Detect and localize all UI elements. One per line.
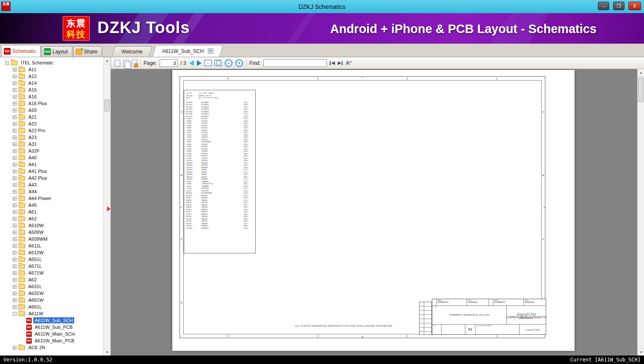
next-page-icon[interactable] bbox=[197, 60, 202, 66]
tree-folder-row[interactable]: + A571W bbox=[0, 270, 103, 276]
expand-icon[interactable]: + bbox=[13, 298, 17, 302]
tree-folder-row[interactable]: + A16 Plus bbox=[0, 100, 103, 107]
expand-icon[interactable]: + bbox=[13, 136, 17, 139]
expand-icon[interactable]: + bbox=[13, 75, 17, 78]
expand-icon[interactable]: + bbox=[13, 292, 17, 295]
previous-page-icon[interactable] bbox=[189, 60, 194, 66]
expand-icon[interactable]: + bbox=[13, 163, 17, 167]
zoom-out-icon[interactable]: − bbox=[225, 59, 232, 67]
tree-folder-row[interactable]: + A631L bbox=[0, 283, 103, 290]
tree-folder-row[interactable]: + A41 bbox=[0, 161, 103, 168]
tree-folder-row[interactable]: + A40 bbox=[0, 154, 103, 161]
tree-folder-row[interactable]: + A20 bbox=[0, 107, 103, 114]
tree-document-label[interactable]: A611W_Sub_SCH bbox=[33, 317, 74, 323]
tree-folder-row[interactable]: + A32F bbox=[0, 147, 103, 154]
expand-icon[interactable]: + bbox=[13, 108, 17, 112]
tree-folder-row[interactable]: + A22 Pro bbox=[0, 127, 103, 134]
sidebar-scroll-thumb[interactable] bbox=[104, 100, 110, 111]
expand-icon[interactable]: + bbox=[13, 102, 17, 106]
title-bar[interactable]: 东震 DZKJ Schematics – ❐ X bbox=[0, 0, 644, 13]
collapse-icon[interactable]: − bbox=[5, 61, 9, 65]
fit-page-icon[interactable] bbox=[215, 60, 222, 66]
expand-icon[interactable]: + bbox=[13, 237, 17, 241]
viewer-scroll-thumb[interactable] bbox=[638, 78, 644, 102]
tree-folder-row[interactable]: + A42 Plus bbox=[0, 175, 103, 181]
tree-folder-row[interactable]: + A45 bbox=[0, 202, 103, 208]
tree-folder-row[interactable]: + A510W bbox=[0, 222, 103, 229]
tree-folder-row[interactable]: + A571L bbox=[0, 263, 103, 270]
tree-folder-row[interactable]: + A12 bbox=[0, 73, 103, 80]
tree-folder-row[interactable]: + A62 bbox=[0, 276, 103, 283]
fit-width-icon[interactable]: ↔ bbox=[205, 60, 212, 66]
close-button[interactable]: X bbox=[628, 2, 641, 10]
expand-icon[interactable]: + bbox=[13, 231, 17, 234]
expand-icon[interactable]: + bbox=[13, 169, 17, 173]
tree-document-row[interactable]: PDF A611W_Sub_SCH bbox=[0, 317, 103, 324]
tree-folder-row[interactable]: + A23 bbox=[0, 134, 103, 141]
tree-folder-row[interactable]: + A15 bbox=[0, 86, 103, 93]
expand-icon[interactable]: + bbox=[13, 176, 17, 180]
scroll-up-icon[interactable]: ▲ bbox=[104, 57, 111, 64]
expand-icon[interactable]: + bbox=[13, 156, 17, 160]
expand-icon[interactable]: + bbox=[13, 115, 17, 119]
tree-document-row[interactable]: PDF A611W_Main_PCB bbox=[0, 337, 103, 344]
expand-icon[interactable]: + bbox=[13, 258, 17, 261]
expand-icon[interactable]: + bbox=[13, 346, 17, 350]
tab-schematic[interactable]: PDF Schematic bbox=[1, 45, 41, 57]
tree-folder-row[interactable]: + A51 bbox=[0, 208, 103, 215]
tree-folder-expanded[interactable]: − A611W bbox=[0, 310, 103, 317]
export-page-icon[interactable] bbox=[132, 60, 137, 67]
tree-folder-row[interactable]: + A31 bbox=[0, 141, 103, 147]
expand-icon[interactable]: + bbox=[13, 129, 17, 133]
expand-icon[interactable]: + bbox=[13, 190, 17, 194]
tree-document-row[interactable]: PDF A611W_Sub_PCB bbox=[0, 324, 103, 331]
expand-icon[interactable]: + bbox=[13, 217, 17, 221]
tree-folder-row[interactable]: + A661L bbox=[0, 303, 103, 310]
expand-icon[interactable]: + bbox=[13, 305, 17, 309]
tree-document-label[interactable]: A611W_Main_PCB bbox=[33, 338, 76, 344]
collapse-icon[interactable]: − bbox=[13, 312, 17, 316]
tree-folder-row[interactable]: + A511L bbox=[0, 242, 103, 249]
expand-icon[interactable]: + bbox=[13, 251, 17, 255]
expand-icon[interactable]: + bbox=[13, 95, 17, 99]
page-thumbnail-icon[interactable] bbox=[115, 60, 120, 67]
tree-folder-row[interactable]: + A14 bbox=[0, 80, 103, 86]
find-previous-icon[interactable]: ◀ bbox=[330, 60, 334, 66]
expand-icon[interactable]: + bbox=[13, 271, 17, 275]
expand-icon[interactable]: + bbox=[13, 88, 17, 92]
maximize-button[interactable]: ❐ bbox=[613, 2, 625, 10]
expand-icon[interactable]: + bbox=[13, 278, 17, 282]
tree-folder-row[interactable]: + A11 bbox=[0, 66, 103, 73]
tree-folder-row[interactable]: + A551L bbox=[0, 256, 103, 263]
page-number-input[interactable] bbox=[160, 59, 177, 67]
expand-icon[interactable]: + bbox=[13, 203, 17, 207]
tree-folder-row[interactable]: + A44 bbox=[0, 188, 103, 195]
expand-icon[interactable]: + bbox=[13, 285, 17, 289]
copy-page-icon[interactable] bbox=[123, 60, 129, 67]
doc-tab-welcome[interactable]: Welcome bbox=[112, 46, 152, 57]
tree-folder-row[interactable]: + A22 bbox=[0, 120, 103, 127]
tab-share[interactable]: + Share bbox=[73, 46, 102, 57]
expand-icon[interactable]: + bbox=[13, 197, 17, 200]
tree-folder-row[interactable]: + A21 bbox=[0, 114, 103, 120]
tree-root[interactable]: − ITEL Schematic bbox=[0, 59, 103, 66]
expand-icon[interactable]: + bbox=[13, 81, 17, 85]
tree-folder-row[interactable]: + A44 Power bbox=[0, 195, 103, 202]
tab-layout[interactable]: PADS Layout bbox=[41, 46, 72, 57]
scroll-down-icon[interactable]: ▼ bbox=[104, 348, 111, 356]
expand-icon[interactable]: + bbox=[13, 68, 17, 72]
tree-document-row[interactable]: PDF A611W_Main_SCH bbox=[0, 331, 103, 337]
tree-document-label[interactable]: A611W_Sub_PCB bbox=[33, 324, 74, 330]
viewer-scrollbar[interactable]: ▲ ▼ bbox=[637, 69, 644, 356]
expand-icon[interactable]: + bbox=[13, 149, 17, 153]
tree-folder-row[interactable]: + A52 bbox=[0, 215, 103, 222]
find-input[interactable] bbox=[263, 59, 327, 67]
expand-icon[interactable]: + bbox=[13, 244, 17, 248]
tree-folder-row[interactable]: + A509WM bbox=[0, 236, 103, 242]
tree-folder-row[interactable]: + A16 bbox=[0, 93, 103, 100]
tree-folder-row[interactable]: + A661W bbox=[0, 297, 103, 303]
expand-icon[interactable]: + bbox=[13, 122, 17, 126]
expand-icon[interactable]: + bbox=[13, 264, 17, 268]
minimize-button[interactable]: – bbox=[598, 2, 609, 10]
zoom-in-icon[interactable]: + bbox=[235, 59, 243, 67]
